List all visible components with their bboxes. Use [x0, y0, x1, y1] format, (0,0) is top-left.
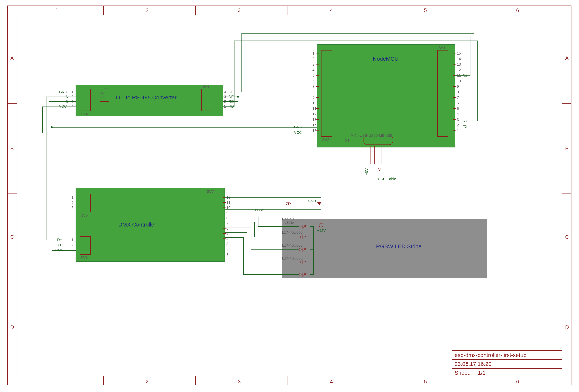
wire — [52, 250, 75, 251]
ruler-tick — [472, 6, 472, 15]
ttl-jp1-ref: JP1 — [102, 87, 108, 91]
nodemcu-sv1-pin-15: 15 — [457, 51, 461, 56]
ruler-tick — [8, 284, 17, 284]
titleblock-date: 23.06.17 16:20 — [452, 359, 562, 368]
wire — [52, 92, 75, 92]
wire — [52, 92, 52, 251]
ruler-col-bot-1: 1 — [55, 379, 58, 385]
ruler-col-bot-4: 4 — [330, 379, 333, 385]
ruler-col-top-5: 5 — [424, 7, 427, 13]
ruler-col-top-1: 1 — [55, 7, 58, 13]
titleblock-project-text: esp-dmx-controller-first-setup — [455, 352, 526, 358]
wire — [251, 249, 299, 250]
dmx-label: DMX Controller — [118, 221, 156, 228]
led-icon: ▷|↗ — [299, 247, 306, 252]
wire — [254, 237, 299, 237]
wire — [42, 107, 43, 133]
wire — [470, 37, 470, 75]
ttl-label: TTL to RS-485 Converter — [115, 94, 177, 101]
ruler-col-top-2: 2 — [146, 7, 148, 13]
wire — [310, 237, 314, 237]
wire — [225, 202, 319, 202]
rgbw-gnd-text: GND — [308, 199, 316, 203]
led-icon: ▷|↗ — [299, 234, 306, 239]
ruler-row-left-D: D — [10, 324, 14, 330]
dmx-sv7-pin-1: 1 — [226, 252, 228, 256]
wire — [310, 262, 314, 262]
nodemcu-sv2-pin-6: 6 — [312, 79, 314, 83]
ruler-col-bot-3: 3 — [238, 379, 241, 385]
nodemcu-sv1-pin-13: 13 — [457, 62, 461, 66]
ruler-row-right-C: C — [565, 234, 569, 240]
ttl-sv3-header — [201, 89, 212, 111]
block-nodemcu: NodeMCU SV2 SV1 MINI-USB-UX60-MB-5S8 X1 — [317, 44, 455, 147]
wire — [234, 41, 477, 41]
dmx-sv7-header — [205, 194, 216, 258]
dmx-sv7-pin-2: 2 — [226, 247, 228, 251]
ruler-row-left-C: C — [10, 234, 14, 240]
rgbw-label: RGBW LED Stripe — [376, 243, 422, 250]
nodemcu-sv1-pin-12: 12 — [457, 68, 461, 72]
dmx-sv5-ref: SV5 — [81, 213, 88, 217]
nodemcu-sv2-pin-1: 1 — [312, 51, 314, 56]
ruler-tick — [103, 6, 104, 15]
nodemcu-usb-cable-label: USB Cable — [378, 177, 396, 181]
wire — [225, 217, 258, 217]
wire — [225, 232, 247, 233]
wire — [243, 274, 299, 275]
wire — [477, 41, 478, 121]
dmx-sv5-pin1: 1 — [72, 195, 73, 199]
title-block: esp-dmx-controller-first-setup 23.06.17 … — [452, 350, 562, 377]
dmx-sv7-pin-3: 3 — [226, 242, 228, 246]
titleblock-project: esp-dmx-controller-first-setup — [452, 350, 562, 359]
wire — [225, 227, 251, 227]
wire — [52, 127, 317, 128]
ruler-tick — [562, 284, 571, 284]
dmx-sv7-pin-9: 9 — [226, 211, 228, 215]
wire — [49, 245, 75, 245]
led-icon: ▷|↗ — [299, 260, 306, 264]
nodemcu-sv2-pin-7: 7 — [312, 84, 314, 89]
wire — [223, 106, 234, 107]
ruler-row-right-D: D — [565, 324, 569, 330]
led-icon: ▷|↗ — [299, 224, 306, 229]
ruler-col-bot-2: 2 — [146, 379, 148, 385]
usb-wire — [370, 146, 371, 164]
wire — [225, 222, 254, 222]
ruler-col-bot-6: 6 — [516, 379, 519, 385]
usb-wire — [374, 146, 374, 164]
wire — [234, 41, 234, 107]
nodemcu-sv2-pin-2: 2 — [312, 57, 314, 61]
usb-wire — [382, 146, 382, 164]
dmx-sv7-ref: SV7 — [207, 190, 214, 194]
ruler-tick — [8, 103, 17, 104]
wire — [321, 209, 321, 224]
block-dmx: DMX Controller SV5 SV6 SV7 — [75, 188, 225, 262]
wire — [455, 127, 474, 127]
usb-wire — [378, 146, 378, 164]
nodemcu-sv2-header — [321, 50, 332, 137]
ruler-row-left-B: B — [10, 146, 14, 151]
ruler-col-top-6: 6 — [516, 7, 519, 13]
wire — [223, 97, 238, 97]
nodemcu-sv1-pin-7: 7 — [457, 95, 459, 100]
usb-supply-arrow-icon: ⋎ — [378, 167, 381, 173]
wire — [225, 197, 321, 197]
nodemcu-sv2-pin-8: 8 — [312, 90, 314, 94]
ruler-tick — [562, 103, 571, 104]
wire — [258, 226, 299, 227]
wire — [42, 107, 75, 107]
nodemcu-plus5v-label: +5V — [364, 168, 369, 175]
nodemcu-sv1-pin-5: 5 — [457, 107, 459, 111]
led-part-1: LZ4-40U600 — [282, 230, 302, 235]
ttl-sv3-ref: SV3 — [202, 84, 210, 89]
wire — [455, 121, 478, 121]
rgbw-plus12v-text: +12V — [254, 208, 263, 212]
wire — [42, 133, 317, 133]
ruler-tick — [288, 376, 288, 385]
wire — [49, 101, 75, 102]
wire — [254, 222, 255, 237]
nodemcu-sv1-pin-14: 14 — [457, 57, 461, 61]
wire — [310, 249, 314, 250]
wire — [247, 262, 299, 262]
